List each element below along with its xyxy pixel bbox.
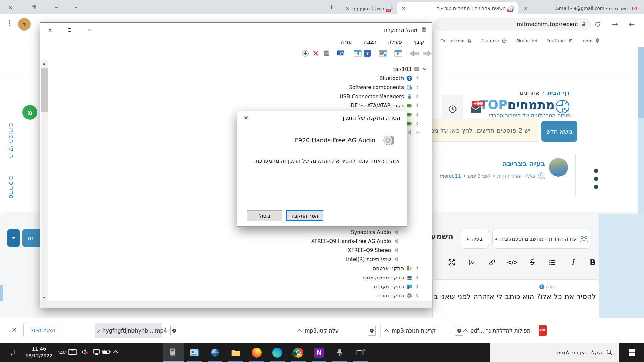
download-menu-chevron-icon[interactable] [97,330,100,333]
language-indicator[interactable]: עבר [57,349,66,355]
reload-icon[interactable] [594,21,601,28]
menu-item[interactable]: קובץ [408,37,431,47]
download-item[interactable]: קרינות חנוכה.mp3 [382,323,466,338]
taskbar-app-onenote[interactable]: N [309,343,329,362]
bold-icon[interactable]: B [588,257,598,267]
device-tree-item[interactable]: USB Connector Managers [48,92,431,101]
tag-pill[interactable]: בעיה ▲ [460,229,489,249]
scan-down-icon[interactable] [302,50,309,57]
device-tree-item[interactable]: התקני ממשק אנוש [48,273,431,282]
tree-chevron-icon[interactable] [400,237,409,246]
tree-chevron-icon[interactable] [413,282,422,291]
site-logo[interactable]: מתמחיםTOP [479,98,555,112]
bookmark-item[interactable]: מפות [583,38,600,43]
download-menu-chevron-icon[interactable] [297,329,302,334]
delete-red-x-icon[interactable] [312,50,319,57]
tree-chevron-icon[interactable] [413,110,422,119]
help-icon[interactable]: ? [539,284,544,289]
nav-back-icon[interactable] [409,50,420,57]
tree-chevron-icon[interactable] [413,92,422,101]
touch-keyboard-icon[interactable] [68,349,77,355]
device-tree-item[interactable]: התקני תוכנה [48,291,431,300]
taskbar-app-control-panel[interactable] [184,343,205,362]
tree-chevron-icon[interactable] [413,119,422,128]
topic-card[interactable]: בעיה בצריבה כללי - עזרה הדדית • לפני 3 י… [434,153,576,197]
tab-gmail-inbox[interactable]: × דואר נכנס - Gmail - 9@gmail.com [520,2,641,14]
taskbar-search[interactable]: הקלד כאן כדי לחפש [490,343,619,362]
tree-chevron-icon[interactable] [400,228,409,237]
browser-menu-icon[interactable] [9,20,10,26]
dm-minimize-icon[interactable] [79,23,99,37]
sidebar-forum-rules[interactable]: חוקי הפורום [8,123,15,158]
tree-chevron-icon[interactable] [413,291,422,300]
downloads-close-icon[interactable]: × [11,326,17,334]
device-tree-item[interactable]: Software components [48,83,431,92]
network-icon[interactable] [93,349,100,355]
bookmark-item[interactable]: חומרים – Dr [440,38,472,43]
scrollbar-thumb[interactable] [41,68,48,112]
scrollbar-thumb[interactable] [638,47,644,118]
notification-center-icon[interactable] [9,349,16,356]
menu-item[interactable]: פעולה [382,37,408,47]
tree-chevron-icon[interactable] [420,65,429,74]
left-scrollbar-fragment[interactable] [0,285,3,301]
device-tree-item[interactable]: התקני אבטחה [48,264,431,273]
bookmark-item[interactable]: Gmail [517,38,537,43]
volume-muted-icon[interactable] [81,348,89,356]
menu-item[interactable]: עזרה [335,37,358,47]
user-avatar[interactable]: מ [22,105,37,120]
tree-chevron-icon[interactable] [400,246,409,255]
device-tree-item[interactable]: Bluetooth [48,74,431,83]
strikethrough-icon[interactable]: S [527,257,537,267]
composer-body-text[interactable]: להסיר את כל אלו? הוא כותב לי אזהרה לפני … [434,292,596,301]
address-bar[interactable]: mitmachim.top/recent [433,18,591,31]
window-minimize-icon[interactable] [49,0,64,14]
forward-icon[interactable]: ← [629,20,635,28]
new-topic-button[interactable]: נושא חדש [541,121,577,142]
device-manager-titlebar[interactable]: מנהל ההתקנים × [40,23,432,37]
device-tree-item[interactable]: XFREE-Q9 Stereo [48,246,431,255]
download-item[interactable]: hygfhgftijnbhyhb....mp4 [95,323,162,338]
show-all-downloads-button[interactable]: הצגת הכול [23,323,62,337]
download-menu-chevron-icon[interactable] [463,329,468,334]
link-icon[interactable] [487,257,497,267]
list-icon[interactable] [547,257,557,267]
new-tab-button[interactable]: + [327,3,336,12]
sidebar-guides[interactable]: מדריכים [8,176,15,199]
tab-urgent-problem[interactable]: × בעיה | דחוףףףףףףף!!!!!!!!! | מתמחי 99 [341,2,396,14]
scroll-down-icon[interactable]: ▼ [41,294,48,301]
device-icon[interactable] [323,50,331,57]
composer-title-text[interactable]: השמע [431,232,453,241]
taskbar-clock[interactable]: 11:46 18/12/2022 [21,346,56,359]
taskbar-app-file-explorer[interactable] [225,343,246,362]
topic-title[interactable]: בעיה בצריבה [502,160,545,168]
taskbar-app-task-view[interactable] [350,343,371,362]
device-tree-item[interactable]: בקרי ATA/ATAPI של IDE [48,101,431,110]
find-monitor-icon[interactable] [337,50,345,58]
page-scrollbar[interactable] [638,47,644,214]
back-icon[interactable]: → [612,20,618,28]
dm-maximize-icon[interactable] [60,23,79,37]
picture-icon[interactable] [467,257,477,267]
hidden-icons-chevron[interactable] [113,350,118,355]
tab-search-chevron-icon[interactable] [69,0,84,14]
lock-icon[interactable] [581,22,586,27]
tab-close-icon[interactable]: × [345,5,350,11]
taskbar-app-microphone[interactable] [329,343,350,362]
topic-category[interactable]: כללי - עזרה הדדית [497,173,535,179]
tree-chevron-icon[interactable] [413,74,422,83]
tab-close-icon[interactable]: × [401,5,406,11]
device-tree-item[interactable]: tal-103 [48,65,431,74]
bookmark-item[interactable]: הכתבה 1 [481,38,507,43]
topic-author[interactable]: morde11 [440,173,461,179]
download-item[interactable]: תפילות להדלקת נר....pdfPDF [460,323,550,338]
tree-chevron-icon[interactable] [400,255,409,264]
tree-chevron-icon[interactable] [413,264,422,273]
taskbar-app-chrome[interactable] [288,343,309,362]
composer-body-card[interactable]: יצירה ? להסיר את כל אלו? הוא כותב לי אזה… [432,279,599,318]
topic-avatar[interactable] [549,158,568,177]
window-restore-icon[interactable] [26,0,41,14]
fullscreen-icon[interactable] [447,257,457,267]
tab-close-icon[interactable]: × [523,5,528,11]
device-tree-item[interactable]: Synaptics Audio [48,228,431,237]
